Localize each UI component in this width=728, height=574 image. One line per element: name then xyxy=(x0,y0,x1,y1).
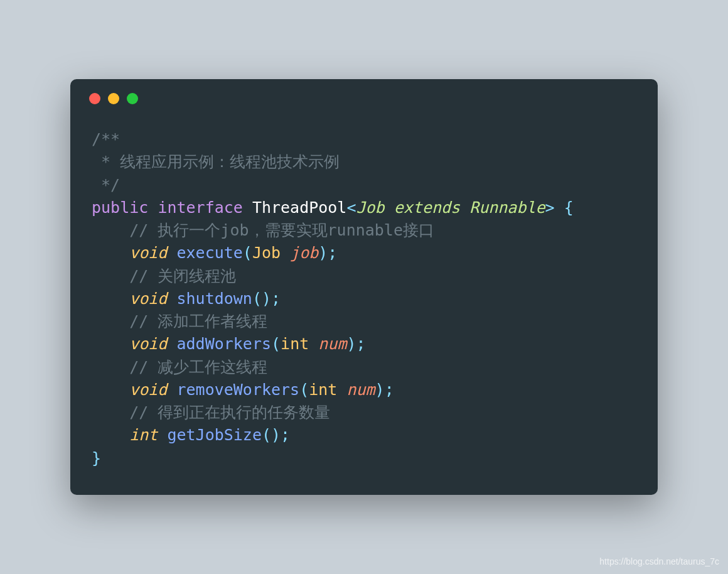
code-window: /** * 线程应用示例：线程池技术示例 */ public interface… xyxy=(70,79,658,495)
paren: ( xyxy=(271,335,281,353)
keyword-void: void xyxy=(129,381,167,399)
comment-line: * 线程应用示例：线程池技术示例 xyxy=(92,153,340,171)
keyword-interface: interface xyxy=(158,198,242,217)
code-area: /** * 线程应用示例：线程池技术示例 */ public interface… xyxy=(70,111,658,495)
comment-line: // 执行一个job，需要实现runnable接口 xyxy=(129,221,434,239)
paren: ( xyxy=(299,381,309,399)
param-name: num xyxy=(346,381,375,399)
brace: } xyxy=(92,449,101,467)
param-name: num xyxy=(318,335,346,353)
comment-line: // 关闭线程池 xyxy=(129,267,236,285)
comment-line: // 减少工作这线程 xyxy=(129,358,267,376)
method-name: removeWorkers xyxy=(177,381,300,399)
type-runnable: Runnable xyxy=(469,198,545,217)
type-param: Job xyxy=(356,198,384,217)
method-name: getJobSize xyxy=(167,426,262,444)
comment-line: /** xyxy=(92,130,120,148)
keyword-public: public xyxy=(92,198,148,217)
param-type: int xyxy=(281,335,309,353)
method-name: execute xyxy=(177,244,243,262)
keyword-int: int xyxy=(129,426,158,444)
paren: (); xyxy=(262,426,290,444)
keyword-void: void xyxy=(129,290,167,308)
paren: ( xyxy=(243,244,252,262)
maximize-icon[interactable] xyxy=(127,93,138,104)
close-icon[interactable] xyxy=(89,93,100,104)
keyword-void: void xyxy=(129,244,167,262)
param-name: job xyxy=(290,244,318,262)
param-type: Job xyxy=(252,244,281,262)
class-name: ThreadPool xyxy=(252,198,347,217)
angle-bracket: > xyxy=(545,198,555,217)
paren: ); xyxy=(375,381,394,399)
brace: { xyxy=(555,198,574,217)
angle-bracket: < xyxy=(346,198,356,217)
keyword-void: void xyxy=(129,335,167,353)
comment-line: // 添加工作者线程 xyxy=(129,312,267,330)
watermark: https://blog.csdn.net/taurus_7c xyxy=(599,556,719,566)
keyword-extends: extends xyxy=(394,198,460,217)
minimize-icon[interactable] xyxy=(108,93,119,104)
param-type: int xyxy=(309,381,337,399)
method-name: shutdown xyxy=(177,290,252,308)
comment-line: */ xyxy=(92,176,120,194)
paren: ); xyxy=(318,244,337,262)
paren: ); xyxy=(346,335,365,353)
method-name: addWorkers xyxy=(177,335,272,353)
paren: (); xyxy=(252,290,281,308)
comment-line: // 得到正在执行的任务数量 xyxy=(129,403,330,421)
titlebar xyxy=(70,79,658,111)
